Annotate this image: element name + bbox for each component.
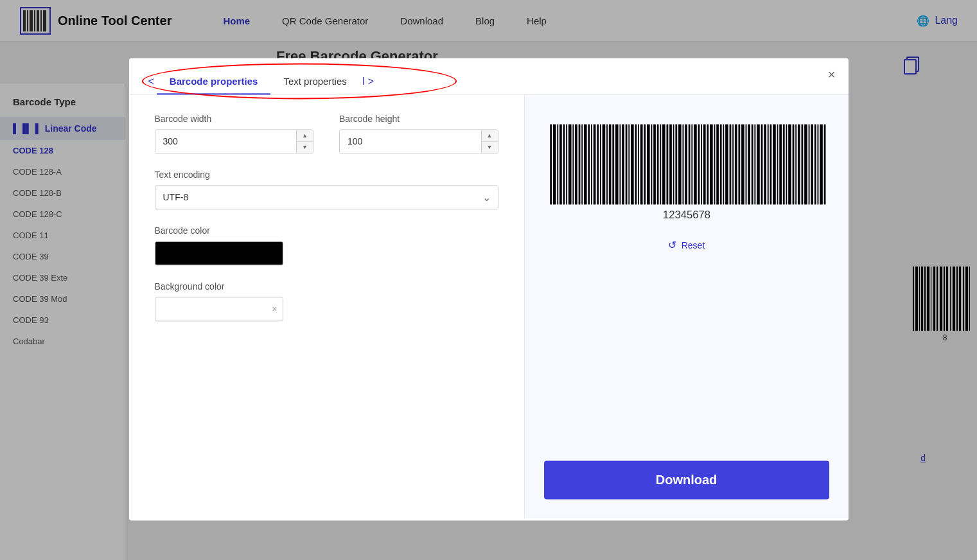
barcode-height-input[interactable] <box>340 130 481 153</box>
svg-rect-102 <box>773 125 776 205</box>
svg-rect-62 <box>647 125 650 205</box>
barcode-height-group: Barcode height ▲ ▼ <box>339 114 498 153</box>
svg-rect-53 <box>619 125 621 205</box>
svg-rect-78 <box>698 125 700 205</box>
svg-rect-41 <box>581 125 583 205</box>
tab-text-properties[interactable]: Text properties <box>270 69 359 94</box>
barcode-width-up[interactable]: ▲ <box>297 130 313 142</box>
background-color-group: Background color × <box>155 281 498 321</box>
svg-rect-69 <box>669 125 672 205</box>
svg-rect-42 <box>583 125 586 205</box>
svg-rect-68 <box>666 125 668 205</box>
svg-rect-67 <box>662 125 665 205</box>
text-encoding-label: Text encoding <box>155 170 498 180</box>
svg-rect-39 <box>575 125 577 205</box>
download-button[interactable]: Download <box>544 460 829 499</box>
svg-rect-92 <box>741 125 744 205</box>
svg-rect-110 <box>797 125 800 205</box>
svg-rect-54 <box>622 125 624 205</box>
svg-rect-76 <box>691 125 692 205</box>
svg-rect-80 <box>703 125 705 205</box>
svg-rect-100 <box>767 125 768 205</box>
svg-rect-49 <box>606 125 608 205</box>
barcode-color-label: Barcode color <box>155 225 498 236</box>
barcode-width-group: Barcode width ▲ ▼ <box>155 114 314 153</box>
svg-rect-85 <box>719 125 721 205</box>
svg-rect-99 <box>764 125 766 205</box>
svg-rect-58 <box>635 125 637 205</box>
svg-rect-95 <box>751 125 753 205</box>
svg-rect-43 <box>588 125 590 205</box>
svg-rect-33 <box>557 125 558 205</box>
svg-rect-89 <box>732 125 734 205</box>
svg-rect-51 <box>612 125 614 205</box>
svg-rect-107 <box>788 125 791 205</box>
svg-rect-108 <box>792 125 794 205</box>
svg-rect-60 <box>640 125 642 205</box>
svg-rect-114 <box>811 125 813 205</box>
barcode-height-label: Barcode height <box>339 114 498 124</box>
background-color-label: Background color <box>155 281 498 292</box>
svg-rect-90 <box>734 125 737 205</box>
barcode-width-down[interactable]: ▼ <box>297 142 313 153</box>
svg-rect-40 <box>578 125 580 205</box>
svg-rect-61 <box>644 125 646 205</box>
text-encoding-select-wrapper: UTF-8 UTF-16 ASCII ISO-8859-1 <box>155 185 498 209</box>
barcode-width-spinners: ▲ ▼ <box>296 130 313 153</box>
text-encoding-select[interactable]: UTF-8 UTF-16 ASCII ISO-8859-1 <box>155 185 498 209</box>
tab-barcode-properties[interactable]: Barcode properties <box>157 69 271 94</box>
svg-rect-105 <box>782 125 784 205</box>
barcode-width-input[interactable] <box>155 130 297 153</box>
text-encoding-group: Text encoding UTF-8 UTF-16 ASCII ISO-885… <box>155 170 498 209</box>
svg-rect-46 <box>597 125 599 205</box>
svg-rect-65 <box>656 125 658 205</box>
svg-rect-87 <box>725 125 728 205</box>
barcode-height-up[interactable]: ▲ <box>482 130 498 142</box>
svg-rect-57 <box>631 125 634 205</box>
svg-rect-47 <box>599 125 601 205</box>
svg-rect-52 <box>615 125 619 205</box>
barcode-preview-panel: 12345678 ↺ Reset Download <box>525 94 849 518</box>
barcode-width-label: Barcode width <box>155 114 314 124</box>
svg-rect-98 <box>761 125 762 205</box>
modal: × < Barcode properties Text properties I… <box>129 58 849 520</box>
svg-rect-96 <box>754 125 755 205</box>
svg-rect-116 <box>817 125 818 205</box>
background-color-swatch[interactable]: × <box>155 297 283 321</box>
svg-rect-104 <box>779 125 782 205</box>
svg-rect-93 <box>745 125 746 205</box>
reset-icon: ↺ <box>668 239 676 251</box>
barcode-color-group: Barcode color <box>155 225 498 265</box>
svg-rect-103 <box>777 125 778 205</box>
barcode-color-swatch[interactable] <box>155 241 283 265</box>
barcode-preview-container: 12345678 <box>544 120 829 226</box>
svg-rect-70 <box>673 125 674 205</box>
tab-next-button[interactable]: I > <box>362 76 374 87</box>
svg-rect-97 <box>757 125 760 205</box>
svg-rect-83 <box>714 125 715 205</box>
barcode-color-black[interactable] <box>155 241 283 265</box>
svg-rect-117 <box>820 125 823 205</box>
svg-rect-34 <box>559 125 562 205</box>
dimensions-row: Barcode width ▲ ▼ Barcode height <box>155 114 498 153</box>
barcode-height-spinners: ▲ ▼ <box>481 130 498 153</box>
reset-button[interactable]: ↺ Reset <box>668 239 705 251</box>
barcode-height-down[interactable]: ▼ <box>482 142 498 153</box>
svg-rect-48 <box>602 125 605 205</box>
modal-tabs: < Barcode properties Text properties I > <box>129 58 849 94</box>
svg-rect-82 <box>710 125 713 205</box>
svg-rect-75 <box>688 125 690 205</box>
tab-prev-button[interactable]: < <box>148 76 154 87</box>
barcode-width-input-wrapper: ▲ ▼ <box>155 129 314 153</box>
svg-text:12345678: 12345678 <box>662 209 710 221</box>
svg-rect-50 <box>608 125 611 205</box>
svg-rect-106 <box>786 125 787 205</box>
svg-rect-38 <box>572 125 574 205</box>
svg-rect-112 <box>804 125 807 205</box>
svg-rect-66 <box>660 125 661 205</box>
background-color-clear[interactable]: × <box>272 304 277 314</box>
reset-label: Reset <box>682 240 705 250</box>
svg-rect-94 <box>748 125 750 205</box>
svg-rect-63 <box>651 125 652 205</box>
svg-rect-71 <box>675 125 677 205</box>
